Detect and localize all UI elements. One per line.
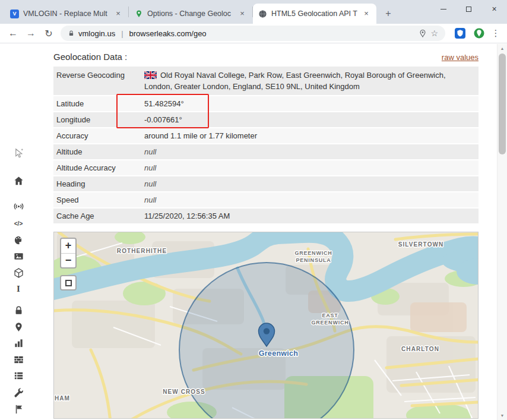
heading-value: null <box>144 176 479 191</box>
table-row: Latitude 51.482594° <box>53 96 479 112</box>
tab-options-geolocation[interactable]: Options - Change Geoloc × <box>129 4 252 24</box>
globe-favicon-icon <box>258 10 267 18</box>
browser-toolbar: ← → ↻ vmlogin.us | browserleaks.com/geo … <box>0 24 507 43</box>
row-label: Latitude <box>53 96 144 111</box>
zoom-out-button[interactable]: − <box>61 253 75 267</box>
page-title: Geolocation Data : <box>53 52 127 62</box>
close-window-button[interactable]: × <box>481 0 507 18</box>
home-icon[interactable] <box>12 175 25 187</box>
svg-text:ROTHERHITHE: ROTHERHITHE <box>117 248 167 254</box>
page-scrollbar[interactable]: ▲ ▼ <box>497 44 507 420</box>
tab-vmlogin[interactable]: V VMLOGIN - Replace Mult × <box>5 4 128 24</box>
table-row: Cache Age 11/25/2020, 12:56:35 AM <box>53 209 479 225</box>
row-label: Longitude <box>53 112 144 127</box>
fullscreen-button[interactable] <box>60 275 77 290</box>
scroll-up-button[interactable]: ▲ <box>498 44 507 53</box>
url-text: browserleaks.com/geo <box>129 29 207 38</box>
list-filter-icon[interactable] <box>12 370 25 382</box>
tab-close-icon[interactable]: × <box>237 9 247 18</box>
svg-text:EAST: EAST <box>322 312 338 318</box>
svg-text:SILVERTOWN: SILVERTOWN <box>398 241 444 248</box>
extension-geolocation-icon[interactable] <box>473 27 485 39</box>
ip-broadcast-icon[interactable] <box>12 201 25 213</box>
geolocation-pin-icon[interactable] <box>12 321 25 333</box>
browserleaks-sidebar: </> I <box>0 43 37 419</box>
raw-values-link[interactable]: raw values <box>442 53 479 62</box>
section-header: Geolocation Data : raw values <box>53 52 479 62</box>
ssl-lock-icon[interactable] <box>12 305 25 317</box>
address-bar[interactable]: vmlogin.us | browserleaks.com/geo ☆ <box>61 26 445 41</box>
maximize-icon <box>466 7 471 12</box>
speed-value: null <box>144 192 479 207</box>
cache-age-value: 11/25/2020, 12:56:35 AM <box>144 209 479 223</box>
geolocation-indicator-icon[interactable] <box>419 29 427 37</box>
tools-wrench-icon[interactable] <box>12 387 25 399</box>
forward-button[interactable]: → <box>23 25 39 42</box>
green-pin-favicon-icon <box>134 10 143 18</box>
uk-flag-icon <box>144 71 157 79</box>
javascript-code-icon[interactable]: </> <box>12 218 25 230</box>
map-zoom-control: + − <box>60 238 77 269</box>
bricks-icon[interactable] <box>12 354 25 366</box>
features-chart-icon[interactable] <box>12 337 25 349</box>
flag-icon[interactable] <box>12 403 25 415</box>
reverse-geocoding-text: Old Royal Naval College, Park Row, East … <box>144 71 446 91</box>
row-label: Cache Age <box>53 209 144 223</box>
altitude-value: null <box>144 144 479 159</box>
back-button[interactable]: ← <box>5 25 21 42</box>
extension-shield-icon[interactable] <box>454 27 466 39</box>
tab-title: Options - Change Geoloc <box>147 10 233 18</box>
table-row: Heading null <box>53 176 479 192</box>
table-row: Altitude null <box>53 144 479 160</box>
svg-text:HAM: HAM <box>55 395 70 402</box>
lock-icon <box>68 30 75 37</box>
profile-label: vmlogin.us <box>78 29 115 38</box>
bookmark-star-icon[interactable]: ☆ <box>430 29 438 38</box>
row-value: Old Royal Naval College, Park Row, East … <box>144 70 479 92</box>
geolocation-table: Reverse Geocoding Old Royal Naval Colleg… <box>53 67 479 225</box>
accuracy-value: around 1.1 mile or 1.77 kilometer <box>144 128 479 143</box>
svg-text:GREENWICH: GREENWICH <box>311 320 348 326</box>
row-label: Accuracy <box>53 128 144 143</box>
svg-text:PENINSULA: PENINSULA <box>296 257 331 263</box>
altitude-accuracy-value: null <box>144 160 479 175</box>
wand-cursor-icon[interactable] <box>12 148 25 160</box>
canvas-palette-icon[interactable] <box>12 234 25 246</box>
table-row: Longitude -0.007661° <box>53 112 479 128</box>
new-tab-button[interactable]: + <box>381 6 396 21</box>
webgl-cube-icon[interactable] <box>12 267 25 279</box>
tab-browserleaks-geolocation[interactable]: HTML5 Geolocation API T × <box>253 4 376 24</box>
browser-titlebar: V VMLOGIN - Replace Mult × Options - Cha… <box>0 0 507 24</box>
svg-text:NEW CROSS: NEW CROSS <box>163 389 205 395</box>
browser-menu-button[interactable]: ⋮ <box>489 28 502 39</box>
scroll-down-button[interactable]: ▼ <box>498 411 507 420</box>
longitude-value: -0.007661° <box>144 112 479 127</box>
svg-text:GREENWICH: GREENWICH <box>294 250 332 256</box>
vmlogin-favicon-icon: V <box>10 10 19 18</box>
window-controls: × <box>430 0 507 18</box>
minimize-icon <box>441 9 446 10</box>
reload-button[interactable]: ↻ <box>40 25 57 42</box>
main-column: Geolocation Data : raw values Reverse Ge… <box>37 43 507 419</box>
scrollbar-thumb[interactable] <box>499 53 506 154</box>
minimize-button[interactable] <box>430 0 456 18</box>
image-icon[interactable] <box>12 251 25 263</box>
table-row: Altitude Accuracy null <box>53 160 479 176</box>
tab-close-icon[interactable]: × <box>362 9 371 18</box>
map-tiles: ROTHERHITHE GREENWICH PENINSULA SILVERTO… <box>54 232 479 419</box>
table-row: Reverse Geocoding Old Royal Naval Colleg… <box>53 67 479 96</box>
tab-title: HTML5 Geolocation API T <box>271 10 357 18</box>
latitude-value: 51.482594° <box>144 96 479 111</box>
fonts-icon[interactable]: I <box>12 283 25 295</box>
tab-close-icon[interactable]: × <box>113 9 123 18</box>
svg-text:Greenwich: Greenwich <box>259 349 299 358</box>
row-label: Speed <box>53 192 144 207</box>
map-container[interactable]: ROTHERHITHE GREENWICH PENINSULA SILVERTO… <box>53 232 479 419</box>
table-row: Accuracy around 1.1 mile or 1.77 kilomet… <box>53 128 479 144</box>
zoom-in-button[interactable]: + <box>61 239 75 253</box>
maximize-button[interactable] <box>456 0 481 18</box>
fullscreen-icon <box>65 280 72 286</box>
tab-title: VMLOGIN - Replace Mult <box>23 10 109 18</box>
row-label: Altitude <box>53 144 144 159</box>
row-label: Heading <box>53 176 144 191</box>
